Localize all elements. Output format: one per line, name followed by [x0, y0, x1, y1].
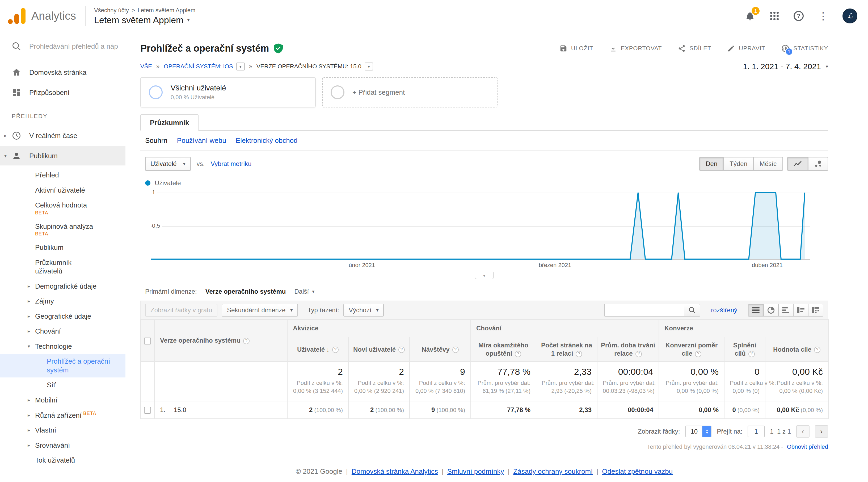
breadcrumb-all-accounts[interactable]: Všechny účty: [94, 7, 129, 14]
dimension-value[interactable]: 15.0: [174, 406, 186, 414]
granularity-day[interactable]: Den: [700, 158, 723, 170]
footer-link[interactable]: Smluvní podmínky: [447, 467, 504, 475]
next-page-button[interactable]: ›: [815, 425, 828, 437]
refresh-report-link[interactable]: Obnovit přehled: [787, 444, 828, 450]
sidebar-search[interactable]: [0, 35, 125, 56]
breadcrumb-account[interactable]: Letem světem Applem: [138, 7, 196, 14]
row-checkbox[interactable]: [144, 407, 151, 414]
sidebar-item-customization[interactable]: Přizpůsobení: [0, 83, 125, 102]
more-menu-button[interactable]: ⋮: [818, 11, 828, 21]
view-comparison-button[interactable]: [793, 304, 808, 316]
sidebar-item-geo[interactable]: ▸ Geografické údaje: [0, 309, 125, 324]
help-icon[interactable]: ?: [576, 351, 582, 357]
avatar[interactable]: ℒ: [842, 8, 857, 23]
sidebar-item-user-explorer[interactable]: Průzkumník uživatelů: [0, 255, 125, 279]
select-metric-link[interactable]: Vybrat metriku: [211, 160, 251, 168]
metric-select[interactable]: Uživatelé ▾: [145, 157, 191, 171]
sidebar-item-demographics[interactable]: ▸ Demografické údaje: [0, 279, 125, 294]
add-segment-button[interactable]: + Přidat segment: [322, 77, 498, 108]
analytics-logo-icon[interactable]: [7, 8, 27, 24]
search-input[interactable]: [29, 42, 119, 51]
more-dimensions-dropdown[interactable]: Další ▾: [294, 288, 315, 295]
secondary-dimension-dropdown[interactable]: Sekundární dimenze ▾: [222, 304, 298, 316]
footer-link[interactable]: Domovská stránka Analytics: [351, 467, 438, 475]
help-icon[interactable]: ?: [398, 347, 405, 353]
column-header[interactable]: Míra okamžitého opuštění?: [471, 337, 536, 362]
column-header[interactable]: Hodnota cíle?: [765, 337, 828, 362]
motion-chart-button[interactable]: [808, 158, 828, 170]
edit-button[interactable]: UPRAVIT: [727, 45, 765, 52]
sidebar-item-behavior[interactable]: ▸ Chování: [0, 324, 125, 339]
help-icon[interactable]: ?: [748, 351, 755, 357]
table-search-button[interactable]: [684, 304, 700, 316]
prev-page-button[interactable]: ‹: [796, 425, 809, 437]
dimension-column-header[interactable]: Verze operačního systému?: [154, 319, 287, 362]
sidebar-item-realtime[interactable]: ▸ V reálném čase: [0, 126, 125, 145]
account-switcher[interactable]: Všechny účty > Letem světem Applem Letem…: [94, 7, 195, 25]
column-header[interactable]: Návštěvy?: [409, 337, 471, 362]
column-header[interactable]: Prům. doba trvání relace?: [597, 337, 659, 362]
export-button[interactable]: EXPORTOVAT: [609, 45, 662, 52]
account-title[interactable]: Letem světem Applem ▾: [94, 15, 195, 25]
select-all-checkbox[interactable]: [144, 338, 151, 344]
subtab-site-usage[interactable]: Používání webu: [177, 137, 226, 145]
view-percentage-button[interactable]: [763, 304, 778, 316]
help-icon[interactable]: ?: [695, 351, 701, 357]
sidebar-item-users-flow[interactable]: Tok uživatelů: [0, 453, 125, 468]
timeseries-chart[interactable]: 1 0,5: [151, 192, 810, 260]
line-chart-button[interactable]: [788, 158, 808, 170]
view-table-button[interactable]: [748, 304, 763, 316]
help-icon[interactable]: ?: [515, 351, 521, 357]
filter-os-dropdown[interactable]: ▾: [236, 62, 245, 70]
sidebar-item-audience[interactable]: ▾ Publikum: [0, 146, 125, 166]
filter-os-version-dropdown[interactable]: ▾: [365, 62, 373, 70]
save-button[interactable]: ULOŽIT: [559, 45, 593, 52]
help-icon[interactable]: ?: [814, 347, 820, 353]
column-header[interactable]: Noví uživatelé?: [348, 337, 409, 362]
share-button[interactable]: SDÍLET: [678, 45, 711, 52]
sidebar-item-home[interactable]: Domovská stránka: [0, 63, 125, 82]
chart-collapse-button[interactable]: ▾: [475, 273, 494, 279]
date-range-picker[interactable]: 1. 1. 2021 - 7. 4. 2021 ▾: [743, 62, 828, 71]
subtab-summary[interactable]: Souhrn: [145, 137, 167, 145]
view-pivot-button[interactable]: [808, 304, 823, 316]
plot-rows-button[interactable]: Zobrazit řádky v grafu: [145, 304, 217, 316]
table-search-input[interactable]: [604, 304, 684, 316]
sidebar-item-technology[interactable]: ▾ Technologie: [0, 339, 125, 354]
sidebar-item-lifetime-value[interactable]: Celková hodnotaBETA: [0, 198, 125, 219]
column-header[interactable]: Splnění cílů?: [724, 337, 765, 362]
filter-os[interactable]: OPERAČNÍ SYSTÉM: iOS: [164, 63, 233, 70]
sidebar-item-custom[interactable]: ▸ Vlastní: [0, 423, 125, 438]
google-apps-button[interactable]: [770, 11, 779, 21]
help-icon[interactable]: ?: [636, 351, 642, 357]
sort-type-dropdown[interactable]: Výchozí ▾: [343, 304, 384, 316]
granularity-week[interactable]: Týden: [723, 158, 753, 170]
help-icon[interactable]: ?: [332, 347, 339, 353]
insights-button[interactable]: 1 STATISTIKY: [781, 44, 828, 53]
sidebar-item-audiences[interactable]: Publikum: [0, 240, 125, 255]
help-icon[interactable]: ?: [243, 338, 250, 344]
sidebar-item-cross-device[interactable]: ▸ Různá zařízeníBETA: [0, 407, 125, 423]
tab-explorer[interactable]: Průzkumník: [140, 114, 198, 131]
sidebar-item-cohort-analysis[interactable]: Skupinová analýzaBETA: [0, 219, 125, 240]
help-button[interactable]: ?: [794, 11, 804, 21]
granularity-month[interactable]: Měsíc: [753, 158, 782, 170]
notifications-button[interactable]: 1: [745, 11, 755, 21]
help-icon[interactable]: ?: [452, 347, 459, 353]
sidebar-item-interests[interactable]: ▸ Zájmy: [0, 294, 125, 309]
column-header[interactable]: Počet stránek na 1 relaci?: [536, 337, 597, 362]
view-performance-button[interactable]: [778, 304, 793, 316]
column-header[interactable]: Uživatelé↓?: [287, 337, 348, 362]
column-header[interactable]: Konverzní poměr cíle?: [659, 337, 724, 362]
subtab-ecommerce[interactable]: Elektronický obchod: [236, 137, 298, 145]
sidebar-item-mobile[interactable]: ▸ Mobilní: [0, 393, 125, 408]
footer-link[interactable]: Odeslat zpětnou vazbu: [602, 467, 673, 475]
sidebar-item-active-users[interactable]: Aktivní uživatelé: [0, 183, 125, 198]
primary-dimension-selected[interactable]: Verze operačního systému: [206, 288, 286, 295]
filter-all[interactable]: VŠE: [140, 63, 152, 70]
sidebar-item-browser-os[interactable]: Prohlížeč a operační systém: [0, 354, 125, 377]
segment-all-users[interactable]: Všichni uživatelé 0,00 % Uživatelé: [140, 77, 316, 108]
rows-per-page-select[interactable]: 10 ▲▼: [685, 426, 712, 437]
footer-link[interactable]: Zásady ochrany soukromí: [513, 467, 593, 475]
goto-page-input[interactable]: [748, 426, 765, 437]
